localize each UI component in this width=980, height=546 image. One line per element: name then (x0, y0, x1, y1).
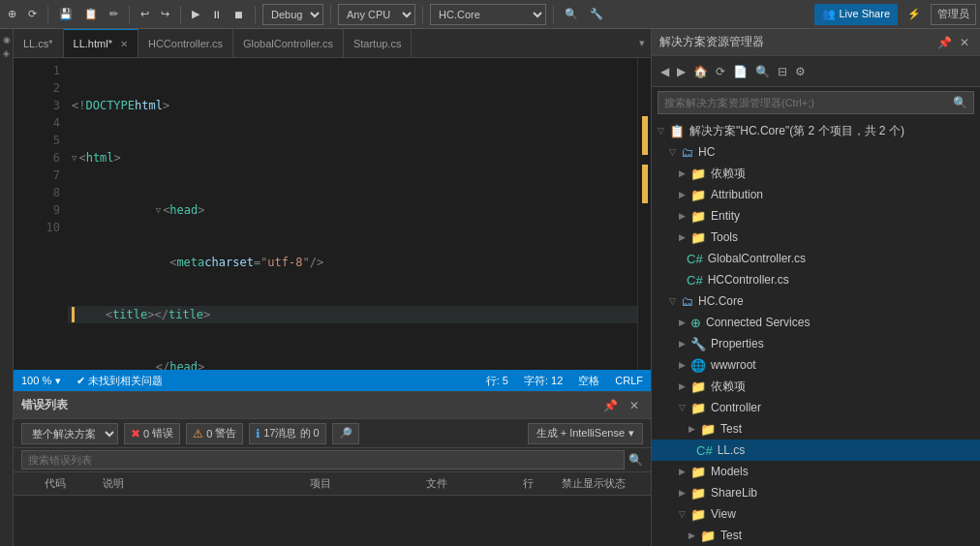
se-tb-btn-back[interactable]: ◀ (658, 63, 672, 80)
solution-label: 解决方案"HC.Core"(第 2 个项目，共 2 个) (689, 123, 904, 139)
manager-button[interactable]: 管理员 (931, 4, 976, 25)
toolbar-btn-search[interactable]: 🔍 (561, 6, 582, 22)
se-node-hccore[interactable]: ▽ 🗂 HC.Core (652, 290, 980, 312)
se-tb-btn-settings[interactable]: ⚙ (792, 63, 809, 80)
code-content[interactable]: <!DOCTYPE html> ▽<html> ▽<head> <meta ch… (68, 58, 637, 370)
error-panel-close-btn[interactable]: ✕ (626, 397, 643, 414)
se-expand-hc: ▽ (667, 147, 677, 157)
line-numbers: 12345 678910 (29, 58, 68, 370)
zoom-dropdown-icon: ▾ (55, 375, 61, 387)
se-tb-btn-filter[interactable]: 🔍 (752, 63, 773, 80)
error-col-suppress[interactable]: 禁止显示状态 (554, 476, 651, 491)
toolbar-sep-5 (330, 6, 331, 23)
status-zoom[interactable]: 100 % ▾ (21, 375, 61, 387)
se-expand-test2: ▶ (687, 531, 696, 540)
toolbar-btn-tools[interactable]: 🔧 (586, 6, 607, 22)
error-search-input[interactable] (21, 450, 625, 470)
se-expand-core-deps: ▶ (677, 381, 687, 391)
error-search-icon: 🔍 (628, 453, 643, 467)
toolbar-btn-run[interactable]: ▶ (188, 6, 203, 22)
se-node-sharelib[interactable]: ▶ 📁 ShareLib (652, 482, 980, 503)
solution-explorer: 解决方案资源管理器 📌 ✕ ◀ ▶ 🏠 ⟳ 📄 🔍 ⊟ ⚙ 🔍 ▽ 📋 (651, 29, 980, 546)
toolbar-btn-save[interactable]: 💾 (55, 6, 77, 22)
tab-label-hccontroller: HCController.cs (148, 38, 223, 49)
tab-hccontroller[interactable]: HCController.cs (138, 29, 233, 58)
error-col-project-label: 项目 (310, 476, 331, 491)
tab-globalcontroller[interactable]: GlobalController.cs (233, 29, 344, 58)
se-node-globalcontroller[interactable]: C# GlobalController.cs (652, 248, 980, 269)
se-node-attribution[interactable]: ▶ 📁 Attribution (652, 184, 980, 205)
se-solution-root[interactable]: ▽ 📋 解决方案"HC.Core"(第 2 个项目，共 2 个) (652, 120, 980, 141)
live-share-button[interactable]: 👥 Live Share (814, 4, 898, 25)
hccore-label: HC.Core (698, 294, 744, 308)
se-title: 解决方案资源管理器 (659, 34, 931, 50)
se-node-ll-cs[interactable]: C# LL.cs (652, 440, 980, 461)
cpu-dropdown[interactable]: Any CPU (338, 4, 415, 25)
se-node-controller[interactable]: ▽ 📁 Controller (652, 397, 980, 418)
info-count-badge: ℹ 17消息 的 0 (249, 423, 325, 444)
warn-count: 0 (206, 428, 212, 440)
toolbar-btn-undo[interactable]: ↩ (137, 6, 153, 22)
error-col-line[interactable]: 行 (515, 476, 554, 491)
toolbar-btn-pin[interactable]: ✏ (106, 6, 122, 22)
error-col-project[interactable]: 项目 (302, 476, 418, 491)
error-col-file[interactable]: 文件 (418, 476, 515, 491)
tab-ll-html[interactable]: LL.html* ✕ (64, 29, 138, 58)
se-tb-btn-showfiles[interactable]: 📄 (730, 63, 750, 80)
se-node-wwwroot[interactable]: ▶ 🌐 wwwroot (652, 354, 980, 376)
right-scroll (637, 58, 651, 370)
error-panel-controls: 📌 ✕ (599, 397, 643, 414)
se-node-hc-deps[interactable]: ▶ 📁 依赖项 (652, 163, 980, 184)
tab-ll-cs[interactable]: LL.cs* (14, 29, 64, 58)
test1-icon: 📁 (700, 422, 716, 437)
se-node-properties[interactable]: ▶ 🔧 Properties (652, 333, 980, 354)
se-btn-pin[interactable]: 📌 (934, 34, 955, 51)
tab-overflow-btn[interactable]: ▾ (633, 37, 651, 49)
tab-close-ll-html[interactable]: ✕ (120, 39, 128, 49)
fold-btn-2[interactable]: ▽ (72, 149, 77, 167)
se-tb-btn-home[interactable]: 🏠 (690, 63, 711, 80)
scroll-indicator-1 (642, 116, 648, 155)
toolbar-btn-start[interactable]: ⊕ (4, 6, 20, 22)
tab-startup[interactable]: Startup.cs (344, 29, 413, 58)
toolbar-btn-saveall[interactable]: 📋 (80, 6, 102, 22)
debug-dropdown[interactable]: Debug (262, 4, 323, 25)
globalcontroller-icon: C# (687, 252, 703, 266)
se-node-connected-services[interactable]: ▶ ⊕ Connected Services (652, 312, 980, 333)
toolbar-btn-share[interactable]: ⚡ (903, 6, 925, 22)
se-btn-close[interactable]: ✕ (957, 34, 972, 51)
toolbar-btn-stop[interactable]: ⏹ (230, 7, 248, 22)
se-node-models[interactable]: ▶ 📁 Models (652, 461, 980, 482)
se-header: 解决方案资源管理器 📌 ✕ (652, 29, 980, 56)
status-bar: 100 % ▾ ✔ 未找到相关问题 行: 5 字符: 12 空格 CRLF (14, 370, 651, 391)
error-panel-header: 错误列表 📌 ✕ (14, 392, 651, 419)
build-intellisense-btn[interactable]: 生成 + IntelliSense ▾ (528, 423, 643, 444)
se-node-view[interactable]: ▽ 📁 View (652, 503, 980, 525)
project-dropdown[interactable]: HC.Core (430, 4, 546, 25)
error-col-code[interactable]: 代码 (37, 476, 95, 491)
code-line-4: <meta charset="utf-8" /> (68, 254, 637, 271)
se-node-test1[interactable]: ▶ 📁 Test (652, 418, 980, 440)
toolbar-btn-redo[interactable]: ↪ (157, 6, 173, 22)
se-node-hc[interactable]: ▽ 🗂 HC (652, 141, 980, 163)
toolbar-btn-pause[interactable]: ⏸ (207, 7, 226, 22)
filter-icon: 🔎 (339, 427, 352, 440)
se-tb-btn-refresh[interactable]: ⟳ (713, 63, 728, 80)
se-node-entity[interactable]: ▶ 📁 Entity (652, 205, 980, 227)
se-tb-btn-forward[interactable]: ▶ (674, 63, 689, 80)
se-search-input[interactable] (664, 97, 949, 108)
error-scope-dropdown[interactable]: 整个解决方案 (21, 423, 118, 444)
se-node-tools[interactable]: ▶ 📁 Tools (652, 227, 980, 248)
sharelib-label: ShareLib (711, 486, 757, 500)
core-deps-label: 依赖项 (711, 379, 746, 395)
globalcontroller-label: GlobalController.cs (708, 252, 806, 265)
fold-btn-3[interactable]: ▽ (156, 201, 161, 219)
error-panel-pin-btn[interactable]: 📌 (599, 397, 622, 414)
se-node-core-deps[interactable]: ▶ 📁 依赖项 (652, 376, 980, 397)
se-tb-btn-collapse[interactable]: ⊟ (775, 63, 790, 80)
se-node-hccontroller[interactable]: C# HCController.cs (652, 269, 980, 290)
test2-label: Test (720, 529, 742, 542)
error-col-desc[interactable]: 说明 (95, 476, 302, 491)
toolbar-btn-refresh[interactable]: ⟳ (24, 6, 41, 22)
se-node-test2[interactable]: ▶ 📁 Test (652, 525, 980, 546)
